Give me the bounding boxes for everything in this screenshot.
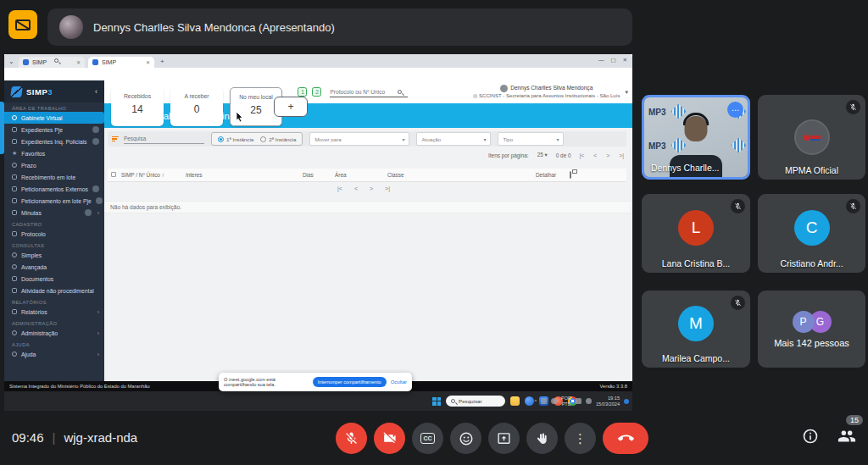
column-interessados[interactable]: Interes <box>186 172 203 178</box>
last-page-button[interactable]: >| <box>619 152 624 158</box>
file-explorer-icon[interactable] <box>510 396 520 406</box>
sidebar-item-peticionamentos-externos[interactable]: Peticionamentos Externos <box>4 183 104 195</box>
language-indicator[interactable]: POR PTB <box>561 396 571 407</box>
sidebar-item-protocolo[interactable]: Protocolo <box>4 228 104 240</box>
sidebar-item-administracao[interactable]: Administração › <box>4 327 104 339</box>
new-tab-icon[interactable]: + <box>160 58 164 65</box>
taskbar-clock[interactable]: 19:15 15/03/2024 <box>596 396 620 407</box>
tab-close-icon[interactable]: ✕ <box>76 59 81 65</box>
participant-avatar: L <box>678 210 714 246</box>
mover-para-select[interactable]: Mover para ▾ <box>309 132 409 146</box>
next-page-button[interactable]: > <box>370 185 373 191</box>
logo-number: 3 <box>47 87 53 97</box>
user-name: Dennys Charlles Silva Mendonça <box>510 85 593 91</box>
sidebar-item-recebimento-em-lote[interactable]: Recebimento em lote <box>4 171 104 183</box>
tray-display-icon[interactable] <box>576 398 581 404</box>
sidebar-item-simples[interactable]: Simples <box>4 249 104 261</box>
maximize-icon[interactable]: ▢ <box>610 57 615 64</box>
card-recebidos[interactable]: Recebidos 14 <box>111 87 164 126</box>
participant-tile-mpma[interactable]: MPMA Oficial <box>758 95 865 180</box>
column-simp-numero-unico[interactable]: SIMP / Nº Único ↑ <box>121 172 164 178</box>
sidebar-item-minutas[interactable]: Minutas › <box>4 207 104 219</box>
chevron-down-icon[interactable]: ▾ <box>625 89 628 96</box>
tab-close-icon[interactable]: ✕ <box>146 59 150 65</box>
last-page-button[interactable]: >| <box>385 185 390 191</box>
hide-banner-link[interactable]: Ocultar <box>391 379 407 385</box>
more-options-button[interactable]: ⋮ <box>565 423 596 454</box>
minimize-icon[interactable]: — <box>598 57 604 64</box>
user-menu[interactable]: Dennys Charlles Silva Mendonça ◎ SCCINST… <box>473 85 620 100</box>
browser-tab-2[interactable]: SIMP ✕ <box>88 57 154 68</box>
participant-tile-lana[interactable]: L Lana Cristina B... <box>642 194 750 273</box>
next-page-button[interactable]: > <box>606 152 609 158</box>
reactions-button[interactable] <box>450 423 481 454</box>
participants-button[interactable]: 15 <box>837 427 856 449</box>
presentation-off-chip[interactable] <box>8 10 37 39</box>
present-button[interactable] <box>488 423 520 454</box>
prev-page-button[interactable]: < <box>354 185 358 191</box>
clock-time: 19:15 <box>608 396 620 401</box>
tile-more-options-button[interactable]: ⋯ <box>727 102 743 118</box>
protocol-search-input[interactable] <box>330 89 398 95</box>
taskbar-search[interactable]: Pesquisar <box>446 396 505 407</box>
column-classe[interactable]: Classe <box>387 172 404 178</box>
protocol-search[interactable] <box>330 86 408 97</box>
close-icon[interactable]: ✕ <box>623 57 627 64</box>
site-info-icon[interactable] <box>54 58 58 63</box>
instance-radio-group: 1ª Instância 2ª Instância <box>211 132 303 146</box>
overflow-participants-tile[interactable]: P G Mais 142 pessoas <box>758 291 865 368</box>
sidebar-collapse-icon[interactable]: ‹ <box>95 87 97 96</box>
clock-icon <box>12 163 17 168</box>
sidebar-item-favoritos[interactable]: ★ Favoritos <box>4 147 104 159</box>
instance-1-icon[interactable]: 1 <box>298 87 307 97</box>
column-dias[interactable]: Dias <box>303 172 314 178</box>
prev-page-button[interactable]: < <box>593 152 597 158</box>
camera-off-button[interactable] <box>374 423 405 454</box>
count-badge <box>92 138 99 145</box>
tray-volume-icon[interactable] <box>586 398 592 404</box>
card-a-receber[interactable]: A receber 0 <box>170 87 223 126</box>
tray-expand-icon[interactable]: ^ <box>534 399 537 404</box>
participant-tile-cristiano[interactable]: C Cristiano Andr... <box>758 194 865 273</box>
teams-icon[interactable] <box>525 396 534 406</box>
column-area[interactable]: Área <box>335 172 347 178</box>
atuacao-select[interactable]: Atuação ▾ <box>416 132 491 146</box>
sidebar-item-relatorios[interactable]: Relatórios › <box>4 306 104 318</box>
items-per-page-label: Itens por página: <box>488 152 529 158</box>
notification-dot[interactable] <box>624 399 629 404</box>
radio-segunda-instancia[interactable]: 2ª Instância <box>260 136 296 142</box>
add-button[interactable]: + <box>274 97 308 117</box>
tray-mic-icon[interactable] <box>551 398 557 404</box>
meeting-details-button[interactable] <box>802 428 819 448</box>
raise-hand-button[interactable] <box>526 423 558 454</box>
sidebar-item-expedientes-inq-policiais[interactable]: Expedientes Inq. Policiais <box>4 136 104 147</box>
sidebar-item-expedientes-pje[interactable]: Expedientes Pje <box>4 124 104 136</box>
mic-mute-button[interactable] <box>336 423 367 454</box>
sidebar-item-documentos[interactable]: Documentos <box>4 273 104 285</box>
first-page-button[interactable]: |< <box>337 185 342 191</box>
tipo-select[interactable]: Tipo ▾ <box>498 132 564 146</box>
filter-icon[interactable] <box>112 136 119 143</box>
items-per-page-select[interactable]: 25 ▾ <box>537 152 548 158</box>
participant-tile-marilea[interactable]: M Marilea Campo... <box>642 291 750 368</box>
stop-sharing-button[interactable]: Interromper compartilhamento <box>313 377 387 387</box>
sidebar-item-peticionamento-em-lote-pje[interactable]: Peticionamento em lote Pje <box>4 195 104 207</box>
sidebar-item-ajuda[interactable]: Ajuda › <box>4 348 104 360</box>
windows-start-icon[interactable] <box>432 397 441 406</box>
printer-icon[interactable] <box>570 171 571 179</box>
sidebar-item-atividade-nao-procedimental[interactable]: Atividade não procedimental <box>4 285 104 296</box>
participant-tile-dennys[interactable]: MP3 MP3 ⋯ Dennys Charlle... <box>642 95 750 180</box>
tab-list-icon[interactable]: ⌄ <box>8 58 14 65</box>
select-all-checkbox[interactable] <box>111 172 116 177</box>
filter-search-input[interactable] <box>124 134 204 144</box>
sidebar-item-prazo[interactable]: Prazo <box>4 159 104 171</box>
instance-2-icon[interactable]: 2 <box>312 87 321 97</box>
first-page-button[interactable]: |< <box>580 152 585 158</box>
sidebar-item-gabinete-virtual[interactable]: Gabinete Virtual <box>4 112 104 124</box>
forward-icon[interactable]: → <box>24 57 31 64</box>
radio-primeira-instancia[interactable]: 1ª Instância <box>218 136 253 142</box>
sidebar-item-avancada[interactable]: Avançada <box>4 261 104 273</box>
end-call-button[interactable] <box>603 423 648 454</box>
captions-button[interactable]: CC <box>412 423 443 454</box>
tray-printer-icon[interactable] <box>541 398 547 404</box>
